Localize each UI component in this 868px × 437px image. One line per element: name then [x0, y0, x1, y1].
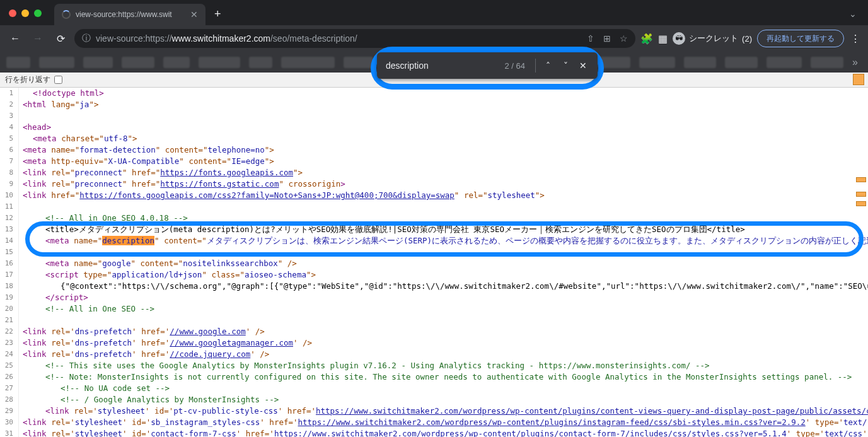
install-icon[interactable]: ⊞: [603, 33, 611, 44]
line-number: 31: [0, 428, 19, 437]
scrollbar-match-marker: [853, 74, 864, 85]
tab-list-chevron-icon[interactable]: ⌄: [849, 9, 857, 19]
find-in-page-bar: 2 / 64 ˄ ˅ ✕: [377, 52, 598, 79]
line-number: 23: [0, 337, 19, 349]
source-text: <title>メタディスクリプション(meta description)とは?メ…: [45, 224, 745, 234]
url-text: view-source:https://www.switchitmaker2.c…: [96, 33, 357, 44]
line-number: 20: [0, 303, 19, 315]
source-link[interactable]: https://www.switchitmaker2.com/wordpress…: [298, 417, 806, 427]
line-number: 1: [0, 88, 19, 99]
line-number: 18: [0, 281, 19, 292]
line-number: 27: [0, 383, 19, 394]
relaunch-button[interactable]: 再起動して更新する: [757, 30, 844, 47]
source-link[interactable]: https://fonts.gstatic.com: [160, 179, 279, 189]
minimize-window-icon[interactable]: [21, 9, 29, 17]
source-link[interactable]: //code.jquery.com: [170, 349, 250, 359]
line-number: 25: [0, 360, 19, 371]
line-number: 6: [0, 144, 19, 156]
extensions-icon[interactable]: 🧩: [640, 33, 653, 45]
app-menu-icon[interactable]: ▦: [658, 33, 668, 45]
close-window-icon[interactable]: [9, 9, 16, 17]
source-link[interactable]: //www.google.com: [170, 327, 245, 336]
bookmark-item[interactable]: [39, 57, 74, 68]
loading-spinner-icon: [62, 10, 71, 19]
line-number: 12: [0, 213, 19, 224]
source-link[interactable]: https://fonts.googleapis.com: [160, 168, 293, 177]
line-number: 5: [0, 133, 19, 144]
scrollbar-match-marker: [856, 177, 866, 182]
browser-tab-active[interactable]: view-source:https://www.swit ✕: [54, 4, 205, 25]
bookmark-icon[interactable]: ☆: [620, 33, 628, 44]
line-number: 7: [0, 156, 19, 167]
line-number: 11: [0, 201, 19, 213]
bookmark-item[interactable]: [281, 57, 335, 68]
source-link[interactable]: https://fonts.googleapis.com/css2?family…: [79, 190, 454, 200]
bookmark-item[interactable]: [811, 57, 843, 68]
tab-title: view-source:https://www.swit: [76, 10, 185, 19]
find-match-count: 2 / 64: [504, 61, 525, 71]
line-number: 21: [0, 315, 19, 326]
site-info-icon[interactable]: ⓘ: [82, 33, 91, 44]
incognito-count: (2): [742, 34, 752, 44]
incognito-indicator[interactable]: 🕶 シークレット (2): [673, 32, 752, 45]
line-number: 22: [0, 326, 19, 337]
line-number: 2: [0, 99, 19, 110]
reload-button[interactable]: ⟳: [52, 33, 69, 45]
bookmark-item[interactable]: [6, 57, 30, 68]
line-number: 24: [0, 349, 19, 360]
source-link[interactable]: //www.googletagmanager.com: [170, 338, 293, 347]
line-wrap-checkbox[interactable]: [54, 76, 62, 84]
browser-toolbar: ← → ⟳ ⓘ view-source:https://www.switchit…: [0, 25, 868, 52]
browser-tab-strip: view-source:https://www.swit ✕ + ⌄: [0, 0, 868, 25]
line-wrap-label: 行を折り返す: [5, 74, 50, 85]
bookmark-item[interactable]: [83, 57, 113, 68]
address-bar[interactable]: ⓘ view-source:https://www.switchitmaker2…: [74, 29, 635, 48]
view-source-pane[interactable]: 1 <!doctype html> 2 <html lang="ja"> 3 4…: [0, 88, 868, 437]
incognito-icon: 🕶: [673, 32, 685, 45]
line-number: 19: [0, 292, 19, 303]
incognito-label: シークレット: [689, 33, 738, 44]
bookmark-item[interactable]: [767, 57, 802, 68]
code-token: <!doctype html>: [33, 88, 104, 98]
line-number: 4: [0, 122, 19, 133]
chrome-menu-icon[interactable]: ⋮: [849, 33, 862, 45]
bookmark-item[interactable]: [598, 57, 631, 68]
bookmark-item[interactable]: [249, 57, 273, 68]
line-number: 13: [0, 224, 19, 235]
find-input[interactable]: [386, 61, 498, 71]
line-number: 26: [0, 371, 19, 383]
line-number: 3: [0, 110, 19, 122]
bookmark-item[interactable]: [122, 57, 154, 68]
search-match-current: description: [102, 236, 154, 245]
bookmark-item[interactable]: [199, 57, 240, 68]
find-close-icon[interactable]: ✕: [577, 61, 589, 71]
line-number: 15: [0, 247, 19, 258]
source-link[interactable]: https://www.switchitmaker2.com/wordpress…: [316, 406, 868, 416]
bookmark-item[interactable]: [639, 57, 674, 68]
line-number: 28: [0, 394, 19, 405]
source-link[interactable]: https://www.switchitmaker2.com/wordpress…: [274, 429, 787, 437]
share-icon[interactable]: ⇧: [587, 33, 594, 44]
bookmark-item[interactable]: [163, 57, 190, 68]
bookmark-item[interactable]: [725, 57, 758, 68]
separator: [535, 59, 536, 73]
line-number: 9: [0, 178, 19, 190]
line-number: 16: [0, 258, 19, 269]
scrollbar-match-marker: [856, 201, 866, 206]
bookmark-item[interactable]: [684, 57, 717, 68]
line-number: 14: [0, 235, 19, 247]
window-controls: [9, 9, 42, 17]
close-tab-icon[interactable]: ✕: [190, 9, 198, 20]
find-prev-icon[interactable]: ˄: [542, 61, 553, 71]
find-next-icon[interactable]: ˅: [560, 61, 571, 71]
forward-button: →: [29, 33, 47, 44]
line-number: 17: [0, 269, 19, 281]
bookmark-item[interactable]: [344, 57, 373, 68]
bookmarks-overflow-icon[interactable]: »: [852, 57, 858, 68]
back-button[interactable]: ←: [6, 33, 24, 44]
new-tab-button[interactable]: +: [214, 8, 221, 21]
maximize-window-icon[interactable]: [34, 9, 42, 17]
source-text: {"@context":"https:\/\/schema.org","@gra…: [61, 281, 868, 291]
line-number: 10: [0, 190, 19, 201]
line-number: 8: [0, 167, 19, 178]
